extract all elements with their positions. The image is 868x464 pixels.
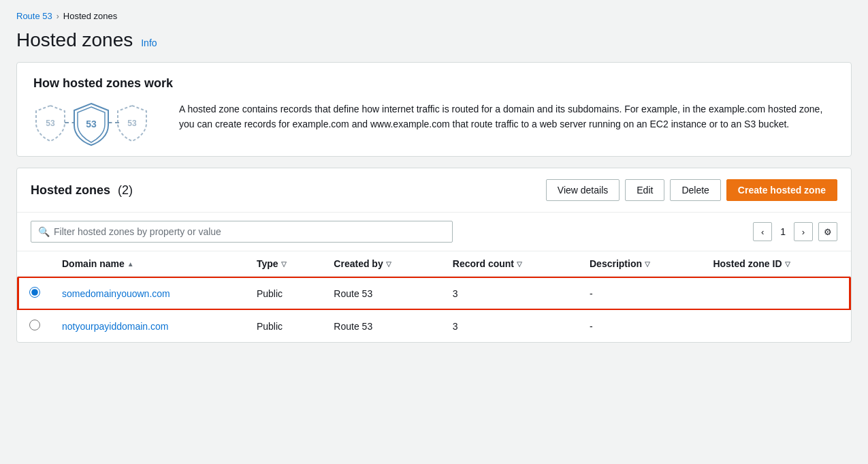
table-title: Hosted zones (2): [31, 183, 133, 198]
search-input[interactable]: [54, 226, 445, 237]
search-bar: 🔍 ‹ 1 › ⚙: [17, 213, 851, 251]
route53-icon: 53 53 53: [33, 102, 149, 142]
table-header: Hosted zones (2) View details Edit Delet…: [17, 168, 851, 213]
page-header: Hosted zones Info: [16, 29, 852, 51]
gear-icon: ⚙: [824, 227, 832, 237]
info-card-title: How hosted zones work: [33, 76, 835, 91]
th-type: Type ▽: [246, 251, 323, 277]
th-description: Description ▽: [579, 251, 702, 277]
zone-radio-0[interactable]: [29, 287, 40, 298]
zone-radio-1[interactable]: [29, 320, 40, 330]
table-row[interactable]: somedomainyouown.com Public Route 53 3 -: [18, 277, 850, 310]
sort-desc-icon-record: ▽: [517, 260, 522, 268]
domain-name-cell-0: somedomainyouown.com: [51, 277, 246, 310]
domain-link-1[interactable]: notyourpayiddomain.com: [62, 321, 168, 332]
prev-page-button[interactable]: ‹: [753, 222, 772, 241]
th-record-count: Record count ▽: [442, 251, 579, 277]
sort-desc-icon-desc: ▽: [645, 260, 650, 268]
delete-button[interactable]: Delete: [670, 179, 720, 201]
table-settings-button[interactable]: ⚙: [818, 222, 837, 241]
domain-link-0[interactable]: somedomainyouown.com: [62, 288, 170, 299]
svg-text:53: 53: [46, 119, 55, 128]
table-row[interactable]: notyourpayiddomain.com Public Route 53 3…: [18, 310, 850, 343]
th-zone-id: Hosted zone ID ▽: [702, 251, 850, 277]
table-body: somedomainyouown.com Public Route 53 3 -…: [18, 277, 850, 342]
type-cell-1: Public: [246, 310, 323, 343]
data-table: Domain name ▲ Type ▽ Created by ▽: [17, 251, 851, 342]
radio-cell-0[interactable]: [18, 277, 51, 310]
sort-desc-icon-zoneid: ▽: [785, 260, 790, 268]
shield-icon-main: 53: [71, 102, 112, 146]
th-select: [18, 251, 51, 277]
sort-desc-icon-created: ▽: [386, 260, 391, 268]
info-card-body: 53 53 53 A hosted zone contains records …: [33, 102, 835, 142]
domain-name-cell-1: notyourpayiddomain.com: [51, 310, 246, 343]
create-hosted-zone-button[interactable]: Create hosted zone: [726, 179, 837, 201]
svg-text:53: 53: [86, 119, 97, 129]
th-domain-name: Domain name ▲: [51, 251, 246, 277]
table-head: Domain name ▲ Type ▽ Created by ▽: [18, 251, 850, 277]
shield-icon-1: 53: [33, 104, 67, 142]
created-by-cell-1: Route 53: [323, 310, 441, 343]
info-card: How hosted zones work 53 53: [16, 62, 852, 157]
info-link[interactable]: Info: [141, 37, 157, 48]
breadcrumb-separator: ›: [57, 12, 59, 21]
edit-button[interactable]: Edit: [625, 179, 664, 201]
zone-id-cell-1: [702, 310, 850, 343]
type-cell-0: Public: [246, 277, 323, 310]
description-cell-0: -: [579, 277, 702, 310]
page-title: Hosted zones: [16, 29, 133, 51]
sort-asc-icon: ▲: [127, 260, 134, 268]
radio-cell-1[interactable]: [18, 310, 51, 343]
page-number: 1: [777, 226, 788, 237]
search-input-wrapper[interactable]: 🔍: [31, 221, 453, 243]
breadcrumb: Route 53 › Hosted zones: [16, 11, 852, 21]
info-description: A hosted zone contains records that defi…: [179, 102, 835, 132]
pagination: ‹ 1 › ⚙: [753, 222, 837, 241]
breadcrumb-parent[interactable]: Route 53: [16, 11, 52, 21]
next-page-button[interactable]: ›: [794, 222, 813, 241]
record-count-cell-1: 3: [442, 310, 579, 343]
zone-id-cell-0: [702, 277, 850, 310]
table-actions: View details Edit Delete Create hosted z…: [546, 179, 837, 201]
page-wrapper: Route 53 › Hosted zones Hosted zones Inf…: [0, 0, 868, 354]
table-card: Hosted zones (2) View details Edit Delet…: [16, 168, 852, 343]
sort-desc-icon-type: ▽: [281, 260, 287, 268]
svg-text:53: 53: [127, 119, 137, 128]
shield-icon-2: 53: [115, 104, 149, 142]
view-details-button[interactable]: View details: [546, 179, 620, 201]
created-by-cell-0: Route 53: [323, 277, 441, 310]
search-icon: 🔍: [38, 226, 50, 237]
record-count-cell-0: 3: [442, 277, 579, 310]
description-cell-1: -: [579, 310, 702, 343]
breadcrumb-current: Hosted zones: [63, 11, 118, 21]
th-created-by: Created by ▽: [323, 251, 441, 277]
